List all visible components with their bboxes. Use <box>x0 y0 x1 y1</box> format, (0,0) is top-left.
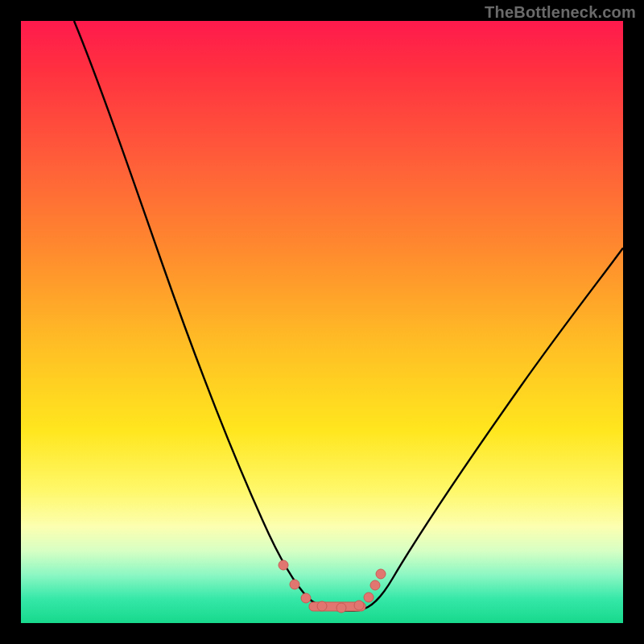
marker-dot <box>376 569 386 579</box>
marker-dot <box>290 580 299 589</box>
chart-svg <box>21 21 623 623</box>
marker-dot <box>364 592 374 602</box>
marker-dot <box>301 593 311 603</box>
plot-area <box>21 21 623 623</box>
outer-frame: TheBottleneck.com <box>0 0 644 644</box>
marker-dot <box>354 601 364 610</box>
marker-dot <box>336 603 346 613</box>
marker-dot <box>317 601 327 611</box>
marker-dot <box>279 560 288 570</box>
watermark-text: TheBottleneck.com <box>485 3 636 22</box>
marker-group <box>279 560 386 613</box>
marker-dot <box>370 580 380 590</box>
bottleneck-curve <box>74 21 623 610</box>
